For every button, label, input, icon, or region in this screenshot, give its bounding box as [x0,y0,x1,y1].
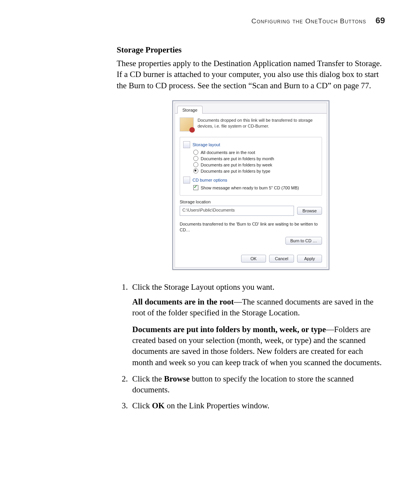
cd-show-message-option[interactable]: Show message when ready to burn 5" CD (7… [193,185,318,190]
cd-burner-label: CD burner options [192,178,227,182]
storage-properties-dialog: Storage Documents dropped on this link w… [172,100,329,270]
radio-icon [193,162,198,167]
burn-hint-text: Documents transferred to the 'Burn to CD… [180,221,322,233]
option-by-week-label: Documents are put in folders by week [201,163,272,167]
step-1-para-2: Documents are put into folders by month,… [132,324,385,368]
step-3: Click OK on the Link Properties window. [130,400,385,411]
option-by-month[interactable]: Documents are put in folders by month [193,156,318,161]
running-head-text: Configuring the OneTouch Buttons [252,18,366,25]
apply-button[interactable]: Apply [297,255,322,262]
dialog-screenshot: Storage Documents dropped on this link w… [117,100,385,270]
storage-location-input[interactable]: C:\Users\Public\Documents [180,206,294,216]
cd-burner-icon [183,177,190,184]
storage-layout-title: Storage layout [183,141,318,148]
dialog-intro-text: Documents dropped on this link will be t… [198,117,322,131]
step-3-post: on the Link Properties window. [164,401,269,410]
steps-list: Click the Storage Layout options you wan… [117,282,385,411]
running-header: Configuring the OneTouch Buttons 69 [117,16,385,26]
step-1-p2-lead: Documents are put into folders by month,… [132,325,326,334]
step-1-p1-lead: All documents are in the root [132,297,234,306]
step-1-para-1: All documents are in the root—The scanne… [132,296,385,318]
cancel-button[interactable]: Cancel [269,255,294,262]
browse-button[interactable]: Browse [297,207,322,215]
step-2-bold: Browse [164,374,190,383]
radio-icon [193,156,198,161]
option-by-type-label: Documents are put in folders by type [201,169,270,173]
checkbox-icon [193,185,198,190]
section-title: Storage Properties [117,45,385,55]
cd-show-message-label: Show message when ready to burn 5" CD (7… [201,186,299,190]
section-intro: These properties apply to the Destinatio… [117,58,385,91]
options-group: Storage layout All documents are in the … [180,137,322,196]
storage-location-label: Storage location [180,200,322,204]
step-2-pre: Click the [132,374,164,383]
option-root-label: All documents are in the root [201,150,255,155]
burn-to-cd-button[interactable]: Burn to CD … [285,237,322,245]
storage-layout-label: Storage layout [192,142,220,147]
storage-destination-icon [180,117,194,131]
step-3-pre: Click [132,401,152,410]
page-number: 69 [376,16,385,25]
radio-icon [193,150,198,155]
option-by-month-label: Documents are put in folders by month [201,156,274,161]
step-1-text: Click the Storage Layout options you wan… [132,282,275,292]
option-root[interactable]: All documents are in the root [193,150,318,155]
step-2: Click the Browse button to specify the l… [130,373,385,396]
tab-storage[interactable]: Storage [177,106,203,114]
option-by-type[interactable]: Documents are put in folders by type [193,168,318,173]
radio-icon [193,168,198,173]
tab-strip: Storage [175,103,327,114]
folder-layout-icon [183,141,190,148]
step-1: Click the Storage Layout options you wan… [130,282,385,368]
ok-button[interactable]: OK [241,255,266,262]
dialog-button-bar: OK Cancel Apply [175,251,327,267]
step-3-bold: OK [152,401,165,410]
cd-burner-title: CD burner options [183,177,318,184]
option-by-week[interactable]: Documents are put in folders by week [193,162,318,167]
